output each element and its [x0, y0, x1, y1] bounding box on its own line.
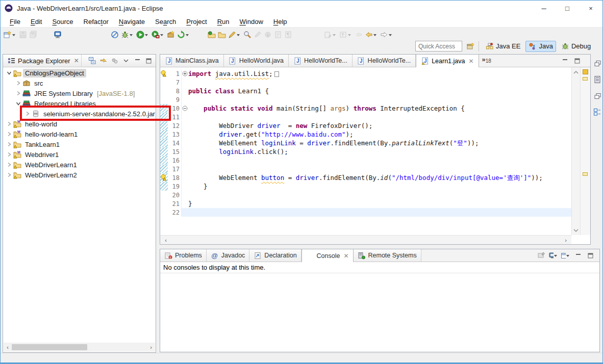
code-line-21[interactable]: 21}	[160, 199, 571, 208]
menu-file[interactable]: File	[5, 16, 26, 27]
editor-hscrollbar[interactable]: ‹ ›	[160, 235, 571, 244]
save-all-button[interactable]	[28, 29, 38, 41]
package-explorer-hscrollbar[interactable]: ‹ ›	[4, 343, 155, 352]
maximize-view-button[interactable]	[143, 56, 154, 66]
tree-item-cnblogspageobject[interactable]: CnblogsPageObject	[3, 68, 156, 78]
editor-tab-mainclass-java[interactable]: JMainClass.java	[160, 55, 224, 67]
view-tab-declaration[interactable]: Declaration	[249, 249, 301, 262]
expand-arrow-icon[interactable]	[5, 150, 13, 159]
maximize-view-button[interactable]	[585, 250, 595, 261]
open-console-button[interactable]	[561, 250, 571, 261]
tree-item-tanklearn1[interactable]: TankLearn1	[3, 139, 156, 149]
menu-project[interactable]: Project	[181, 16, 212, 27]
close-tab-icon[interactable]: ✕	[343, 252, 348, 259]
overview-ruler[interactable]	[580, 67, 590, 235]
view-tab-problems[interactable]: !Problems	[160, 249, 207, 262]
save-button[interactable]	[18, 29, 28, 41]
restore-views-2-button[interactable]	[592, 91, 602, 101]
code-line-12[interactable]: 12 WebDriver driver = new FirefoxDriver(…	[160, 121, 571, 130]
collapse-arrow-icon[interactable]	[5, 69, 13, 77]
new-java-project-button[interactable]	[166, 29, 176, 41]
code-line-22[interactable]: 22	[160, 208, 571, 217]
code-line-9[interactable]: 9	[160, 95, 571, 104]
view-tab-remote-systems[interactable]: Remote Systems	[354, 249, 421, 262]
annotate-button[interactable]	[227, 29, 242, 41]
code-editor[interactable]: 1import java.util.List;78public class Le…	[160, 67, 571, 235]
code-line-13[interactable]: 13 driver.get("http://www.baidu.com");	[160, 130, 571, 139]
menu-navigate[interactable]: Navigate	[114, 16, 150, 27]
menu-search[interactable]: Search	[150, 16, 181, 27]
code-line-20[interactable]: 20	[160, 191, 571, 199]
warning-icon[interactable]	[160, 174, 167, 183]
fold-column[interactable]	[181, 104, 188, 113]
dropdown-arrow-icon[interactable]	[237, 34, 240, 38]
dropdown-arrow-icon[interactable]	[160, 34, 163, 38]
window-minimize-button[interactable]: ─	[532, 1, 556, 16]
new-wizard-button[interactable]	[3, 29, 18, 41]
package-explorer-tab[interactable]: Package Explorer ✕	[5, 55, 82, 67]
view-tab-console[interactable]: Console✕	[302, 249, 354, 262]
code-line-1[interactable]: 1import java.util.List;	[160, 69, 571, 78]
menu-window[interactable]: Window	[235, 16, 268, 27]
expand-arrow-icon[interactable]	[14, 79, 22, 87]
dropdown-arrow-icon[interactable]	[554, 255, 557, 258]
new-java-wizard-button[interactable]	[176, 29, 191, 41]
expand-arrow-icon[interactable]	[14, 89, 22, 97]
tree-item-hello-world-learn1[interactable]: Mhello-world-learn1	[3, 129, 156, 139]
code-line-19[interactable]: 19 }	[160, 182, 571, 191]
scroll-down-icon[interactable]	[573, 226, 579, 234]
outline-view-button[interactable]	[592, 74, 602, 85]
restore-views-button[interactable]	[592, 58, 602, 68]
scroll-left-icon[interactable]: ‹	[162, 236, 170, 244]
dropdown-arrow-icon[interactable]	[348, 34, 351, 38]
perspective-debug[interactable]: Debug	[558, 41, 594, 52]
go-into-button[interactable]	[338, 29, 354, 41]
close-tab-icon[interactable]: ✕	[468, 58, 473, 65]
open-perspective-button[interactable]	[466, 40, 476, 53]
horizontal-sash[interactable]	[160, 245, 600, 249]
scroll-thumb[interactable]	[12, 344, 87, 350]
overview-warning-marker[interactable]	[583, 172, 588, 176]
code-line-18[interactable]: 18 WebElement button = driver.findElemen…	[160, 173, 571, 182]
view-menu-button[interactable]	[121, 56, 131, 66]
debug-button[interactable]	[120, 29, 135, 41]
perspective-java[interactable]: JJava	[525, 41, 556, 52]
code-line-7[interactable]: 7	[160, 78, 571, 87]
tree-item-src[interactable]: src	[3, 78, 156, 88]
vertical-sash[interactable]	[156, 54, 160, 353]
minimize-view-button[interactable]	[573, 250, 583, 261]
skip-all-breakpoints-button[interactable]	[110, 29, 120, 41]
menu-source[interactable]: Source	[47, 16, 78, 27]
scroll-up-icon[interactable]	[573, 68, 579, 76]
expand-arrow-icon[interactable]	[5, 120, 13, 128]
last-edit-location-button[interactable]	[323, 29, 338, 41]
menu-help[interactable]: Help	[268, 16, 292, 27]
code-line-15[interactable]: 15 loginLink.click();	[160, 147, 571, 156]
pin-console-button[interactable]	[536, 250, 546, 261]
minimize-editor-icon[interactable]	[560, 56, 570, 66]
overview-warning-marker[interactable]	[583, 77, 588, 81]
menu-edit[interactable]: Edit	[26, 16, 47, 27]
perspective-java-ee[interactable]: Java EE	[483, 41, 523, 52]
link-with-editor-button[interactable]	[98, 56, 109, 66]
expand-arrow-icon[interactable]	[5, 130, 13, 138]
dropdown-arrow-icon[interactable]	[186, 34, 189, 38]
close-view-icon[interactable]: ✕	[74, 57, 79, 64]
code-line-17[interactable]: 17	[160, 165, 571, 173]
editor-tab-helloworld-java[interactable]: JHelloWorld.java	[224, 55, 289, 67]
dropdown-arrow-icon[interactable]	[12, 34, 15, 38]
menu-refactor[interactable]: Refactor	[79, 16, 114, 27]
fold-column[interactable]	[181, 69, 188, 78]
tree-item-webdriver1[interactable]: MWebdriver1	[3, 149, 156, 160]
show-source-button[interactable]	[273, 29, 283, 41]
dropdown-arrow-icon[interactable]	[566, 255, 569, 258]
focus-on-active-task-button[interactable]	[110, 56, 120, 66]
window-close-button[interactable]: ×	[579, 1, 602, 16]
back-button[interactable]	[364, 29, 379, 41]
mark-occurrences-button[interactable]	[253, 29, 263, 41]
dropdown-arrow-icon[interactable]	[130, 34, 133, 38]
dropdown-arrow-icon[interactable]	[145, 34, 148, 38]
tree-item-webdriverlearn2[interactable]: WebDriverLearn2	[3, 170, 156, 180]
tree-item-jre-system-library[interactable]: JRE System Library[JavaSE-1.8]	[3, 88, 156, 98]
code-line-16[interactable]: 16	[160, 156, 571, 165]
